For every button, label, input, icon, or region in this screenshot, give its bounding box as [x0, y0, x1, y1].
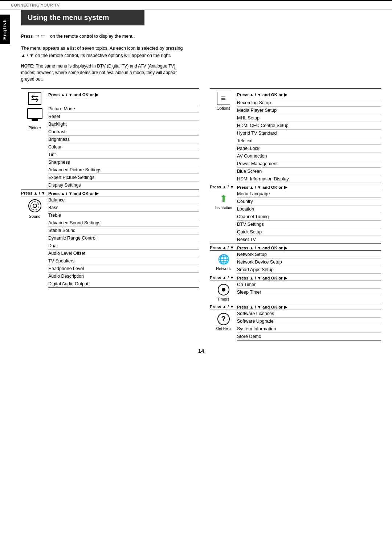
list-item: Software Upgrade — [237, 318, 381, 325]
list-item: Smart Apps Setup — [237, 266, 381, 274]
install-press-col1: Press ▲ / ▼ — [210, 185, 237, 190]
help-items: Software Licences Software Upgrade Syste… — [237, 310, 381, 340]
page: CONNECTING YOUR TV English Using the men… — [0, 0, 392, 555]
list-item: Dynamic Range Control — [48, 234, 199, 242]
list-item: Stable Sound — [48, 227, 199, 234]
timers-group: Timers On Timer Sleep Timer — [210, 281, 381, 303]
list-item: Recording Setup — [237, 99, 381, 107]
list-item: Colour — [48, 143, 199, 151]
list-item: Power Management — [237, 160, 381, 168]
connecting-label: CONNECTING YOUR TV — [11, 3, 60, 7]
list-item: Audio Description — [48, 273, 199, 280]
list-item: Dual — [48, 242, 199, 250]
sound-press-col1: Press ▲ / ▼ — [21, 191, 48, 196]
sound-press-col2: Press ▲ / ▼ and OK or ▶ — [48, 191, 199, 196]
list-item: Expert Picture Settings — [48, 174, 199, 181]
list-item: Channel Tuning — [237, 213, 381, 221]
timers-icon-col: Timers — [210, 281, 237, 303]
timers-press-col1: Press ▲ / ▼ — [210, 276, 237, 281]
help-icon-col: ? Get Help — [210, 310, 237, 340]
list-item: Location — [237, 205, 381, 213]
list-item: MHL Setup — [237, 114, 381, 122]
list-item: Digital Audio Output — [48, 280, 199, 288]
timers-label: Timers — [217, 297, 229, 301]
page-number: 14 — [21, 348, 381, 361]
list-item: TV Speakers — [48, 257, 199, 265]
network-press-col1: Press ▲ / ▼ — [210, 245, 237, 250]
network-items: Network Setup Network Device Setup Smart… — [237, 251, 381, 274]
picture-label: Picture — [28, 126, 41, 130]
remote-icon: ⇆ — [28, 92, 41, 105]
list-item: Display Settings — [48, 181, 199, 189]
sound-icon — [28, 199, 41, 212]
list-item: Headphone Level — [48, 265, 199, 273]
sound-group: Sound Balance Bass Treble Advanced Sound… — [21, 196, 199, 288]
list-item: Quick Setup — [237, 228, 381, 236]
list-item: Reset TV — [237, 236, 381, 244]
sound-items: Balance Bass Treble Advanced Sound Setti… — [48, 196, 199, 288]
list-item: Menu Language — [237, 190, 381, 198]
picture-icon — [27, 108, 42, 119]
help-press-col2: Press ▲ / ▼ and OK or ▶ — [237, 305, 381, 310]
help-label: Get Help — [216, 327, 230, 331]
remote-press-header: Press ▲ / ▼ and OK or ▶ — [48, 93, 98, 97]
list-item: Software Licences — [237, 310, 381, 318]
list-item: Network Device Setup — [237, 258, 381, 266]
network-icon-col: 🌐 Network — [210, 251, 237, 274]
columns-container: ⇆ Press ▲ / ▼ and OK or ▶ Picture — [21, 88, 381, 340]
installation-icon-col: ⬆ Installation — [210, 190, 237, 244]
sound-icon-col: Sound — [21, 196, 48, 288]
list-item: Sharpness — [48, 159, 199, 166]
picture-items: Picture Mode Reset Backlight Contrast Br… — [48, 105, 199, 189]
list-item: HDMI CEC Control Setup — [237, 122, 381, 130]
timers-press-col2: Press ▲ / ▼ and OK or ▶ — [237, 276, 381, 281]
network-icon: 🌐 — [218, 254, 229, 265]
list-item: Blue Screen — [237, 168, 381, 175]
list-item: HDMI Information Display — [237, 175, 381, 183]
list-item: Panel Lock — [237, 145, 381, 152]
timers-items: On Timer Sleep Timer — [237, 281, 381, 303]
list-item: Teletext — [237, 137, 381, 145]
sound-label: Sound — [29, 214, 41, 219]
network-press-col2: Press ▲ / ▼ and OK or ▶ — [237, 245, 381, 250]
network-label: Network — [216, 266, 230, 271]
list-item: Balance — [48, 196, 199, 204]
options-label: Options — [217, 106, 230, 110]
help-icon: ? — [217, 313, 230, 325]
help-press-col1: Press ▲ / ▼ — [210, 305, 237, 310]
list-item: System Information — [237, 325, 381, 333]
list-item: Media Player Setup — [237, 107, 381, 114]
left-column: ⇆ Press ▲ / ▼ and OK or ▶ Picture — [21, 88, 199, 288]
list-item: Advanced Picture Settings — [48, 166, 199, 174]
picture-icon-col: Picture — [21, 105, 48, 189]
list-item: Network Setup — [237, 251, 381, 258]
picture-group: Picture Picture Mode Reset Backlight Con… — [21, 105, 199, 189]
top-bar: CONNECTING YOUR TV — [0, 0, 392, 10]
timers-icon — [218, 284, 229, 295]
section-title: Using the menu system — [21, 10, 144, 25]
list-item: Advanced Sound Settings — [48, 219, 199, 227]
installation-icon: ⬆ — [220, 193, 228, 204]
list-item: Tint — [48, 151, 199, 159]
installation-label: Installation — [215, 206, 232, 210]
list-item: Brightness — [48, 136, 199, 143]
main-content: Using the menu system Press →← on the re… — [10, 10, 392, 372]
list-item: Contrast — [48, 128, 199, 136]
options-press-header: Press ▲ / ▼ and OK or ▶ — [237, 93, 287, 97]
installation-group: ⬆ Installation Menu Language Country Loc… — [210, 190, 381, 244]
list-item: Sleep Timer — [237, 289, 381, 296]
install-press-col2: Press ▲ / ▼ and OK or ▶ — [237, 185, 381, 190]
installation-items: Menu Language Country Location Channel T… — [237, 190, 381, 244]
list-item: Picture Mode — [48, 105, 199, 113]
list-item: On Timer — [237, 281, 381, 289]
options-icon: ≡ — [217, 92, 230, 105]
list-item: Store Demo — [237, 333, 381, 340]
language-tab: English — [0, 15, 10, 44]
list-item: Audio Level Offset — [48, 250, 199, 257]
right-column: ≡ Options Press ▲ / ▼ and OK or ▶ Record… — [210, 88, 381, 340]
list-item: AV Connection — [237, 152, 381, 160]
list-item: Country — [237, 198, 381, 205]
intro-text-1: Press →← on the remote control to displa… — [21, 30, 188, 41]
list-item: Reset — [48, 113, 199, 121]
note-text: NOTE: The same menu is displayed in DTV … — [21, 63, 188, 82]
